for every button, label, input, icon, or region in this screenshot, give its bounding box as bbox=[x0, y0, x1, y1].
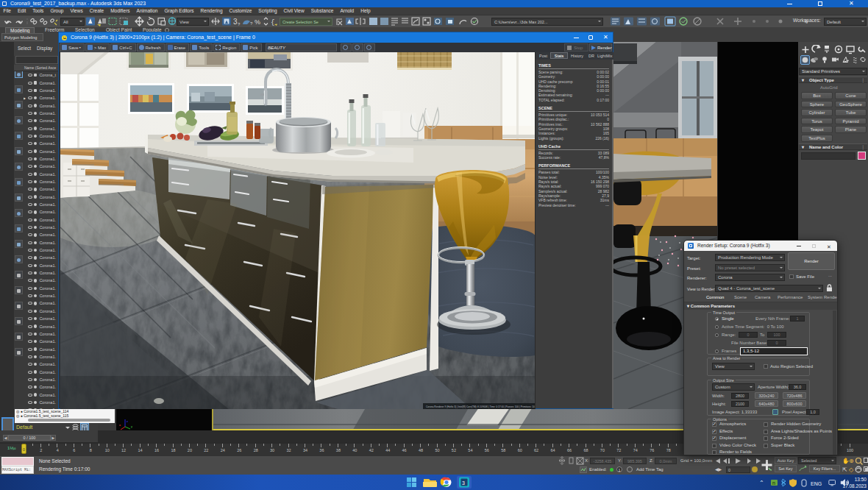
svg-text:?: ? bbox=[238, 22, 241, 26]
svg-text:⇱: ⇱ bbox=[842, 466, 847, 473]
svg-text:y: y bbox=[131, 425, 132, 428]
svg-text:z: z bbox=[127, 419, 128, 423]
svg-text:◇: ◇ bbox=[849, 466, 854, 473]
svg-text:{: { bbox=[271, 19, 274, 26]
svg-text:ENG: ENG bbox=[811, 481, 822, 486]
svg-text:%: % bbox=[255, 18, 260, 26]
svg-text:x: x bbox=[119, 423, 121, 427]
svg-text:?: ? bbox=[250, 21, 253, 26]
svg-text:Corona Renderer 9 (Hotfix 3) |: Corona Renderer 9 (Hotfix 3) | Intel(R) … bbox=[426, 405, 536, 408]
svg-text:3: 3 bbox=[462, 480, 465, 486]
svg-text:⊕: ⊕ bbox=[849, 458, 854, 464]
svg-text:n: n bbox=[772, 480, 775, 486]
